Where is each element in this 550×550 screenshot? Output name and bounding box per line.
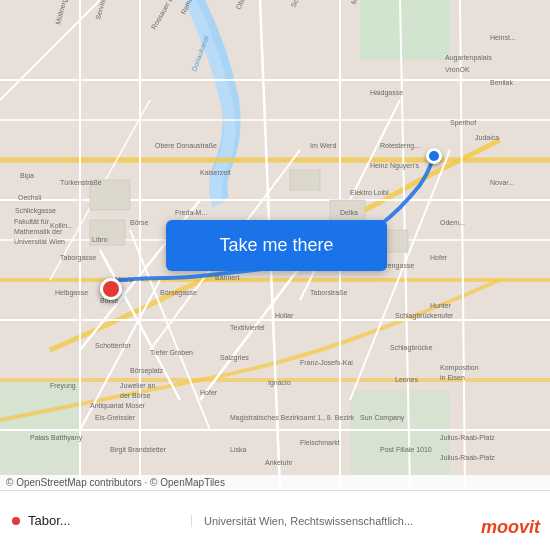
svg-text:Schlagbrücke: Schlagbrücke bbox=[390, 344, 433, 352]
svg-text:Sun Company: Sun Company bbox=[360, 414, 405, 422]
svg-text:in Eisen: in Eisen bbox=[440, 374, 465, 381]
svg-text:Oechsli: Oechsli bbox=[18, 194, 42, 201]
svg-text:Nguyen's: Nguyen's bbox=[390, 162, 419, 170]
svg-text:Elektro Loibl: Elektro Loibl bbox=[350, 189, 389, 196]
svg-text:Schottentor: Schottentor bbox=[95, 342, 131, 349]
svg-text:Helbgasse: Helbgasse bbox=[55, 289, 88, 297]
map-copyright: © OpenStreetMap contributors · © OpenMap… bbox=[0, 475, 550, 490]
svg-text:Obere Donaustraße: Obere Donaustraße bbox=[155, 142, 217, 149]
svg-text:Julius-Raab-Platz: Julius-Raab-Platz bbox=[440, 434, 495, 441]
svg-text:Börseplatz: Börseplatz bbox=[130, 367, 164, 375]
destination-marker bbox=[100, 278, 122, 300]
nav-from-dot bbox=[12, 517, 20, 525]
svg-text:Taborstraße: Taborstraße bbox=[310, 289, 347, 296]
svg-text:Augartenpalais: Augartenpalais bbox=[445, 54, 492, 62]
svg-text:Post Fillale 1010: Post Fillale 1010 bbox=[380, 446, 432, 453]
svg-text:Börsegasse: Börsegasse bbox=[160, 289, 197, 297]
svg-text:Julius-Raab-Platz: Julius-Raab-Platz bbox=[440, 454, 495, 461]
svg-text:Liska: Liska bbox=[230, 446, 246, 453]
svg-text:Freyung: Freyung bbox=[50, 382, 76, 390]
svg-text:Hofer: Hofer bbox=[430, 254, 448, 261]
svg-text:Komposition: Komposition bbox=[440, 364, 479, 372]
svg-text:Schlagbrückenufer: Schlagbrückenufer bbox=[395, 312, 454, 320]
svg-text:Heinz: Heinz bbox=[370, 162, 388, 169]
svg-text:VronOK: VronOK bbox=[445, 66, 470, 73]
svg-text:Bipa: Bipa bbox=[20, 172, 34, 180]
svg-text:Tiefer Graben: Tiefer Graben bbox=[150, 349, 193, 356]
svg-text:Palais Batthyany: Palais Batthyany bbox=[30, 434, 83, 442]
svg-text:Ignacio: Ignacio bbox=[268, 379, 291, 387]
nav-from-label: Tabor... bbox=[28, 513, 71, 528]
svg-text:Fleischmarkt: Fleischmarkt bbox=[300, 439, 340, 446]
svg-text:Franz-Josefs-Kai: Franz-Josefs-Kai bbox=[300, 359, 353, 366]
svg-text:Leones: Leones bbox=[395, 376, 418, 383]
svg-text:Magistratisches Bezirksamt 1.,: Magistratisches Bezirksamt 1., 8. Bezirk bbox=[230, 414, 355, 422]
moovit-logo: moovit bbox=[481, 517, 540, 538]
svg-text:Antiquariat Moser: Antiquariat Moser bbox=[90, 402, 146, 410]
svg-text:Haidgasse: Haidgasse bbox=[370, 89, 403, 97]
svg-text:Judaica: Judaica bbox=[475, 134, 499, 141]
svg-text:Rotesterng...: Rotesterng... bbox=[380, 142, 420, 150]
svg-text:Schlickgasse: Schlickgasse bbox=[15, 207, 56, 215]
svg-text:Ankeluhr: Ankeluhr bbox=[265, 459, 293, 466]
svg-text:Hofer: Hofer bbox=[200, 389, 218, 396]
svg-text:Novar...: Novar... bbox=[490, 179, 514, 186]
svg-text:Benilak: Benilak bbox=[490, 79, 513, 86]
svg-text:Eis-Greissler: Eis-Greissler bbox=[95, 414, 136, 421]
svg-rect-31 bbox=[290, 170, 320, 190]
svg-text:Universität Wien: Universität Wien bbox=[14, 238, 65, 245]
svg-text:Delka: Delka bbox=[340, 209, 358, 216]
svg-text:Salzgries: Salzgries bbox=[220, 354, 249, 362]
svg-text:Hunter: Hunter bbox=[430, 302, 452, 309]
svg-text:Türkenstraße: Türkenstraße bbox=[60, 179, 102, 186]
nav-to-label: Universität Wien, Rechtswissenschaftlich… bbox=[204, 515, 413, 527]
svg-text:Odem...: Odem... bbox=[440, 219, 465, 226]
svg-text:Mathematik der: Mathematik der bbox=[14, 228, 63, 235]
svg-rect-1 bbox=[360, 0, 450, 60]
svg-text:Fakultät für: Fakultät für bbox=[14, 218, 50, 225]
svg-text:Börse: Börse bbox=[130, 219, 148, 226]
moovit-logo-text: moovit bbox=[481, 517, 540, 538]
svg-text:Freda-M...: Freda-M... bbox=[175, 209, 207, 216]
svg-text:der Börse: der Börse bbox=[120, 392, 150, 399]
nav-from-section: Tabor... bbox=[0, 513, 191, 528]
svg-text:Hollar: Hollar bbox=[275, 312, 294, 319]
svg-text:Juwelier an: Juwelier an bbox=[120, 382, 156, 389]
svg-text:Libro: Libro bbox=[92, 236, 108, 243]
origin-marker bbox=[426, 148, 442, 164]
take-me-there-button[interactable]: Take me there bbox=[166, 220, 387, 271]
svg-text:Sperlhof: Sperlhof bbox=[450, 119, 476, 127]
svg-text:Kaiserzeit: Kaiserzeit bbox=[200, 169, 231, 176]
svg-text:Textilviertel: Textilviertel bbox=[230, 324, 265, 331]
map-container: Rembrandtstraße Obere Augartenstraße Sch… bbox=[0, 0, 550, 490]
svg-text:Heinst...: Heinst... bbox=[490, 34, 516, 41]
svg-text:Bannert: Bannert bbox=[215, 274, 240, 281]
svg-text:Birgit Brandstetter: Birgit Brandstetter bbox=[110, 446, 167, 454]
nav-from-text: Tabor... bbox=[28, 513, 71, 528]
svg-text:Im Werd: Im Werd bbox=[310, 142, 336, 149]
svg-text:Taborgasse: Taborgasse bbox=[60, 254, 96, 262]
nav-to-text: Universität Wien, Rechtswissenschaftlich… bbox=[204, 515, 413, 527]
nav-bar: Tabor... Universität Wien, Rechtswissens… bbox=[0, 490, 550, 550]
